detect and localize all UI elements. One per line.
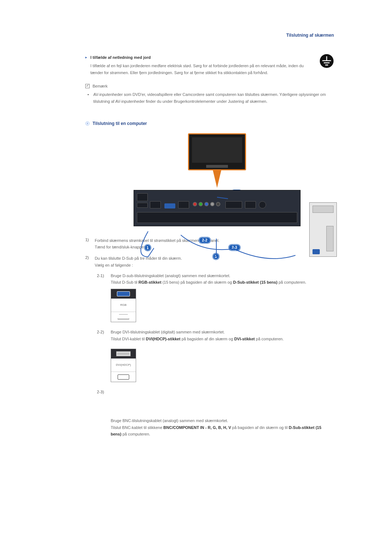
check-icon	[85, 84, 90, 88]
callout-1: 1	[144, 244, 151, 251]
substep-number: 2-1)	[95, 272, 111, 322]
vga-port-icon	[117, 291, 130, 296]
diagram-rear-panel	[134, 190, 301, 226]
note-label: Bemærk	[93, 84, 108, 88]
sub-2-3-intro: Bruge BNC-tilslutningskablet (analogt) s…	[111, 418, 228, 423]
substep-body: Bruge D-sub-tilslutningskablet (analogt)…	[111, 272, 338, 322]
t: på computeren.	[277, 280, 306, 284]
t: DVI(HDCP)-stikket	[146, 337, 180, 341]
t: på computeren.	[121, 432, 150, 436]
ground-heading-row: I tilfælde af netledning med jord	[85, 55, 348, 60]
diagram-computer	[309, 202, 337, 257]
t: Tilslut BNC-kablet til stikkene	[111, 425, 163, 430]
section-title: Tilslutning til en computer	[93, 121, 147, 126]
ground-body: I tilfælde af en fejl kan jordlederen me…	[85, 62, 348, 76]
step-2-line-2: Vælg en af følgende :	[95, 263, 133, 267]
arrow-down-icon	[213, 170, 221, 188]
step-number: 1)	[85, 237, 95, 251]
t: DVI-stikket	[234, 337, 255, 341]
step-2: 2) Du kan tilslutte D-Sub på tre måder t…	[85, 255, 348, 444]
chevron-right-icon	[85, 121, 90, 126]
substep-2-2: 2-2) Bruge DVI-tilslutningskablet (digit…	[95, 329, 338, 382]
thumb-label: DVI(HDCP)	[111, 358, 136, 372]
section-header: Tilslutning til en computer	[85, 121, 348, 126]
dvi-shape-icon	[118, 374, 129, 380]
t: på bagsiden af din skærm og	[180, 337, 234, 341]
t: Tilslut DVI-kablet til	[111, 337, 146, 341]
callout-2-3: 2-3	[229, 244, 240, 251]
step-2-line-1: Du kan tilslutte D-Sub på tre måder til …	[95, 256, 182, 260]
t: BNC/COMPONENT IN - R, G, B, H, V	[163, 425, 231, 430]
substep-2-3-number: 2-3)	[95, 389, 338, 396]
t: på computeren.	[255, 337, 284, 341]
rgb-port-thumbnail: RGB	[111, 289, 136, 322]
callout-2-2: 2-2	[199, 237, 211, 243]
substep-2-1: 2-1) Bruge D-sub-tilslutningskablet (ana…	[95, 272, 338, 322]
ground-icon	[319, 54, 334, 68]
note-bullet: AV-inputenheder som DVD'er, videoafspill…	[85, 91, 348, 105]
connection-diagram: 2-1 2-2 2-3 1 3	[123, 133, 311, 226]
step-number: 2)	[85, 255, 95, 444]
t: på bagsiden af din skærm og til	[231, 425, 289, 430]
sub-2-2-intro: Bruge DVI-tilslutningskablet (digitalt) …	[111, 330, 225, 334]
dvi-port-thumbnail: DVI(HDCP)	[111, 349, 136, 382]
t: RGB-stikket	[139, 280, 162, 284]
substep-number: 2-2)	[95, 329, 111, 382]
t: (15 bens) på bagsiden af din skærm og	[162, 280, 233, 284]
t: D-Sub-stikket (15 bens)	[233, 280, 277, 284]
note-row: Bemærk	[85, 84, 348, 88]
dvi-port-icon	[116, 351, 131, 356]
page-title: Tilslutning af skærmen	[85, 33, 348, 38]
step-body: Du kan tilslutte D-Sub på tre måder til …	[95, 255, 348, 444]
dsub-shape-icon	[118, 314, 129, 319]
diagram-monitor	[188, 133, 246, 170]
substep-body: Bruge BNC-tilslutningskablet (analogt) s…	[111, 417, 338, 438]
t: Tilslut D-Sub til	[111, 280, 139, 284]
callout-3: 3	[213, 253, 219, 260]
substep-number: 2-3)	[95, 389, 111, 396]
step-1-line-2: Tænd for tænd/sluk-knappen.	[95, 245, 147, 249]
sub-2-1-intro: Bruge D-sub-tilslutningskablet (analogt)…	[111, 274, 230, 278]
document-page: Tilslutning af skærmen I tilfælde af net…	[0, 0, 392, 470]
ground-heading: I tilfælde af netledning med jord	[90, 55, 151, 60]
substep-2-3: Bruge BNC-tilslutningskablet (analogt) s…	[95, 417, 338, 438]
thumb-label: RGB	[111, 299, 136, 312]
substep-body: Bruge DVI-tilslutningskablet (digitalt) …	[111, 329, 338, 382]
